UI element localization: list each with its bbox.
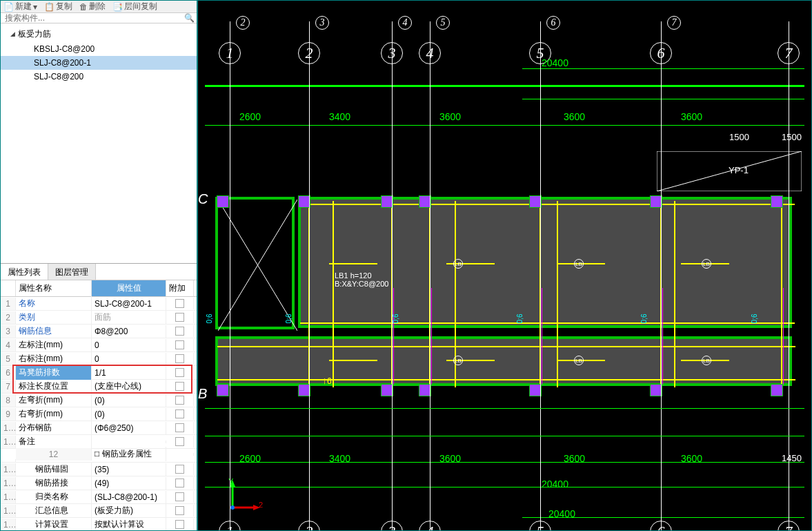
tree-root[interactable]: 板受力筋 — [1, 26, 197, 42]
grid-line — [230, 21, 230, 530]
property-checkbox[interactable] — [166, 325, 194, 337]
slab — [298, 197, 792, 328]
tree-item[interactable]: KBSLJ-C8@200 — [1, 42, 197, 56]
property-row[interactable]: 6马凳筋排数1/1 — [1, 366, 197, 380]
property-value[interactable]: SLJ-C8@200-1 — [92, 298, 166, 310]
property-value[interactable]: (0) — [92, 394, 166, 407]
component-tree: 板受力筋 KBSLJ-C8@200 SLJ-C8@200-1 SLJ-C8@20… — [1, 23, 197, 264]
tree-item[interactable]: SLJ-C8@200 — [1, 70, 197, 84]
slab-tag: LB — [702, 259, 711, 269]
property-value[interactable]: (板受力筋) — [92, 503, 166, 518]
property-checkbox[interactable] — [166, 477, 194, 489]
property-checkbox[interactable] — [166, 422, 194, 434]
property-value[interactable]: 0 — [92, 339, 166, 351]
property-value[interactable] — [92, 441, 166, 443]
rebar — [217, 379, 795, 380]
property-row[interactable]: 1名称SLJ-C8@200-1 — [1, 297, 197, 311]
slab-label: LB1 h=120 — [335, 271, 372, 280]
layer-copy-button[interactable]: 📑 层间复制 — [112, 1, 157, 12]
property-checkbox[interactable] — [166, 505, 194, 516]
tab-properties[interactable]: 属性列表 — [1, 264, 48, 280]
axis-xy: Y 2 — [226, 480, 260, 516]
rebar-label: 0;6 — [751, 314, 758, 324]
property-checkbox[interactable] — [166, 394, 194, 406]
copy-button[interactable]: 📋 复制 — [44, 1, 72, 12]
property-row[interactable]: 2类别面筋 — [1, 311, 197, 325]
dim-text: 3600 — [564, 111, 585, 122]
property-row[interactable]: 9右弯折(mm)(0) — [1, 407, 197, 421]
col-name: 属性名称 — [16, 280, 92, 296]
property-checkbox[interactable] — [166, 463, 194, 475]
property-name: 计算设置 — [16, 517, 92, 531]
dim-line — [522, 68, 804, 69]
property-checkbox[interactable] — [166, 353, 194, 365]
rebar — [217, 346, 795, 347]
property-value[interactable]: 1/1 — [92, 367, 166, 379]
property-value[interactable]: (35) — [92, 463, 166, 476]
cad-viewport[interactable]: 1223344556677 20400 26003400360036003600… — [198, 1, 811, 530]
dim-line — [205, 487, 804, 487]
property-value[interactable]: (49) — [92, 477, 166, 490]
property-value[interactable]: (支座中心线) — [92, 379, 166, 394]
property-value[interactable]: 面筋 — [92, 310, 166, 325]
search-icon[interactable]: 🔍 — [181, 13, 197, 23]
property-row[interactable]: 14 钢筋搭接(49) — [1, 476, 197, 490]
property-name: 右标注(mm) — [16, 351, 92, 366]
property-row[interactable]: 15 归类名称(SLJ-C8@200-1) — [1, 490, 197, 504]
dim-text: 2600 — [239, 111, 261, 122]
property-row[interactable]: 10分布钢筋(Φ6@250) — [1, 421, 197, 435]
property-name: 备注 — [16, 434, 92, 449]
stirrup — [431, 288, 432, 385]
property-checkbox[interactable] — [166, 298, 194, 309]
rebar — [300, 204, 795, 205]
dim-text: 3600 — [564, 453, 585, 464]
property-row[interactable]: 16 汇总信息(板受力筋) — [1, 504, 197, 518]
new-button[interactable]: 📄 新建 ▾ — [3, 1, 37, 12]
grid-line — [430, 21, 430, 530]
dim-line — [205, 125, 804, 126]
property-row[interactable]: 4左标注(mm)0 — [1, 338, 197, 352]
rebar-label: 0;6 — [285, 314, 293, 324]
property-value[interactable]: 按默认计算设 — [92, 517, 166, 531]
property-row[interactable]: 12□ 钢筋业务属性 — [1, 449, 197, 463]
property-checkbox[interactable] — [166, 436, 194, 447]
dim-text: 20400 — [542, 57, 568, 68]
property-row[interactable]: 7标注长度位置(支座中心线) — [1, 380, 197, 394]
property-name: 左弯折(mm) — [16, 393, 92, 407]
property-value[interactable]: 0 — [92, 353, 166, 365]
panel-label: YP-1 — [729, 165, 749, 175]
tab-layers[interactable]: 图层管理 — [48, 264, 96, 280]
property-value[interactable]: (SLJ-C8@200-1) — [92, 491, 166, 503]
property-checkbox[interactable] — [166, 339, 194, 351]
property-checkbox[interactable] — [166, 367, 194, 378]
search-input[interactable] — [1, 13, 181, 23]
tree-item[interactable]: SLJ-C8@200-1 — [1, 56, 197, 70]
property-checkbox[interactable] — [166, 380, 194, 392]
property-name: 类别 — [16, 310, 92, 325]
grid-line — [392, 21, 393, 530]
property-row[interactable]: 8左弯折(mm)(0) — [1, 394, 197, 407]
rebar-label: 0;6 — [640, 314, 648, 324]
property-row[interactable]: 5右标注(mm)0 — [1, 352, 197, 366]
property-value[interactable] — [166, 453, 194, 456]
column — [771, 195, 783, 208]
dim-text: 3600 — [439, 111, 461, 122]
property-row[interactable]: 17 计算设置按默认计算设 — [1, 518, 197, 531]
property-value[interactable]: (Φ6@250) — [92, 422, 166, 434]
property-name: 标注长度位置 — [16, 379, 92, 394]
rebar — [300, 322, 795, 324]
property-row[interactable]: 13 钢筋锚固(35) — [1, 463, 197, 476]
property-name: 左标注(mm) — [16, 338, 92, 352]
property-name: 钢筋信息 — [16, 324, 92, 338]
property-row[interactable]: 3钢筋信息Φ8@200 — [1, 325, 197, 338]
property-value[interactable]: (0) — [92, 408, 166, 421]
property-checkbox[interactable] — [166, 519, 194, 530]
grid-line — [789, 21, 789, 530]
property-checkbox[interactable] — [166, 491, 194, 503]
property-checkbox[interactable] — [166, 408, 194, 420]
search-box: 🔍 — [1, 13, 197, 23]
property-value[interactable]: Φ8@200 — [92, 325, 166, 338]
delete-button[interactable]: 🗑 删除 — [79, 1, 106, 12]
stirrup — [783, 288, 784, 385]
property-checkbox[interactable] — [166, 311, 194, 323]
